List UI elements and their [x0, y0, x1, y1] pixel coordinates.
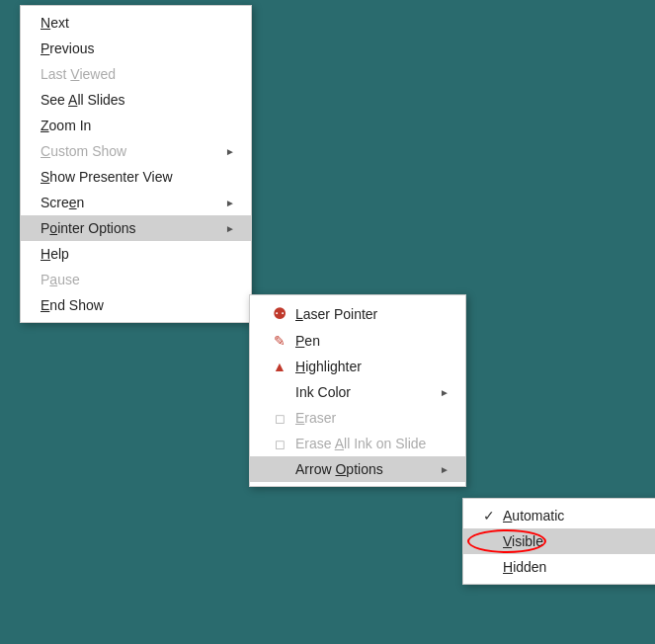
submenu-arrow-icon: ►	[225, 223, 235, 234]
menu-item-previous[interactable]: Previous	[21, 36, 251, 61]
submenu-arrow-icon: ►	[225, 146, 235, 157]
menu-item-laser-pointer[interactable]: ⚉ Laser Pointer	[250, 299, 465, 328]
menu-item-eraser: ◻ Eraser	[250, 405, 465, 431]
menu-item-screen[interactable]: Screen ►	[21, 190, 251, 215]
submenu-arrow-icon: ►	[440, 387, 450, 398]
menu-item-see-all-slides[interactable]: See All Slides	[21, 87, 251, 113]
menu-item-visible[interactable]: Visible	[463, 528, 655, 554]
menu-item-pause: Pause	[21, 267, 251, 292]
menu-item-erase-all-ink: ◻ Erase All Ink on Slide	[250, 431, 465, 456]
menu-item-automatic[interactable]: ✓ Automatic	[463, 503, 655, 528]
main-context-menu: Next Previous Last Viewed See All Slides…	[20, 5, 252, 323]
menu-item-zoom-in[interactable]: Zoom In	[21, 113, 251, 138]
menu-item-pen[interactable]: ✎ Pen	[250, 328, 465, 354]
menu-item-arrow-options[interactable]: Arrow Options ►	[250, 456, 465, 482]
erase-all-ink-icon: ◻	[270, 437, 289, 451]
arrow-options-submenu: ✓ Automatic Visible Hidden	[462, 498, 655, 585]
menu-item-ink-color[interactable]: Ink Color ►	[250, 379, 465, 405]
menu-item-show-presenter-view[interactable]: Show Presenter View	[21, 164, 251, 190]
menu-item-custom-show: Custom Show ►	[21, 138, 251, 164]
menu-item-next[interactable]: Next	[21, 10, 251, 36]
pointer-options-submenu: ⚉ Laser Pointer ✎ Pen ▲ Highlighter Ink …	[249, 294, 466, 487]
menu-item-pointer-options[interactable]: Pointer Options ►	[21, 215, 251, 241]
submenu-arrow-icon: ►	[440, 464, 450, 475]
submenu-arrow-icon: ►	[225, 198, 235, 208]
highlighter-icon: ▲	[270, 359, 289, 374]
eraser-icon: ◻	[270, 411, 289, 426]
menu-item-help[interactable]: Help	[21, 241, 251, 267]
pen-icon: ✎	[270, 333, 289, 349]
menu-item-last-viewed: Last Viewed	[21, 61, 251, 87]
menu-item-highlighter[interactable]: ▲ Highlighter	[250, 354, 465, 379]
laser-pointer-icon: ⚉	[270, 304, 289, 323]
menu-item-end-show[interactable]: End Show	[21, 292, 251, 318]
menu-item-hidden[interactable]: Hidden	[463, 554, 655, 580]
checkmark-icon: ✓	[483, 508, 499, 523]
